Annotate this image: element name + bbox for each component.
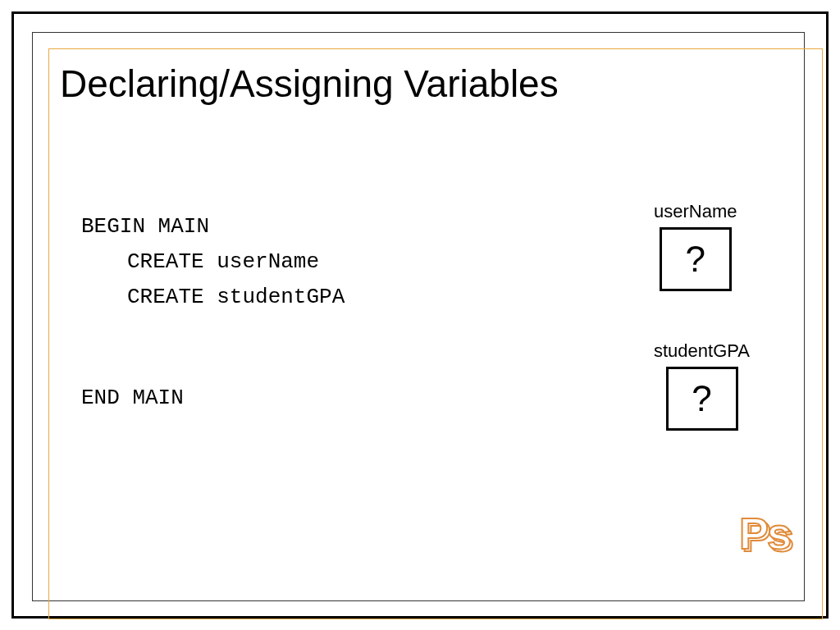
variable-box-username: userName ? (654, 201, 737, 291)
code-line-create-studentgpa: CREATE studentGPA (81, 280, 345, 315)
variable-box-studentgpa: studentGPA ? (654, 340, 750, 431)
code-line-end: END MAIN (81, 381, 345, 416)
variable-label-username: userName (654, 201, 737, 222)
variable-value-username: ? (660, 227, 732, 291)
code-line-create-username: CREATE userName (81, 244, 345, 280)
slide-title: Declaring/Assigning Variables (60, 62, 559, 106)
variable-value-studentgpa: ? (666, 367, 738, 431)
ps-logo: Ps Ps (739, 508, 790, 559)
variable-label-studentgpa: studentGPA (654, 340, 750, 362)
outer-frame: Declaring/Assigning Variables BEGIN MAIN… (11, 11, 829, 619)
pseudocode-block: BEGIN MAIN CREATE userName CREATE studen… (81, 209, 345, 416)
code-line-begin: BEGIN MAIN (81, 209, 345, 244)
